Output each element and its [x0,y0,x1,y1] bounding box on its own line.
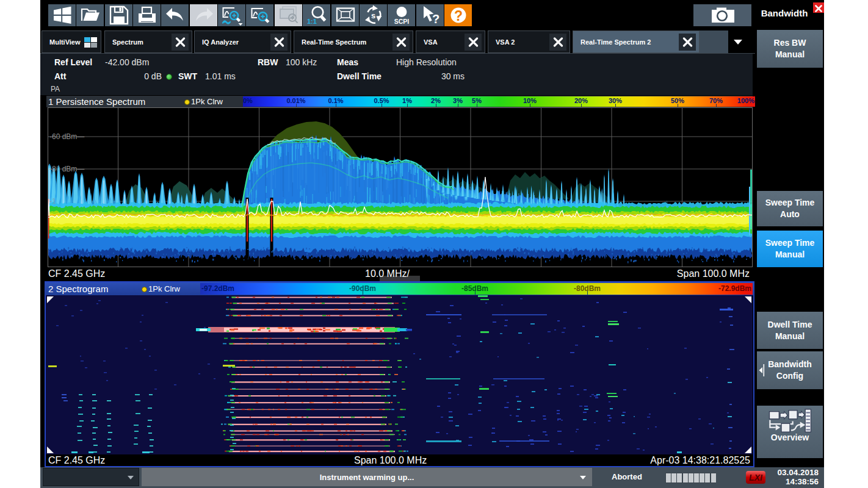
svg-text:LXI: LXI [749,473,763,483]
svg-text:s: s [371,11,375,20]
svg-text:1:1: 1:1 [307,18,317,25]
svg-text:SCPI: SCPI [394,18,409,25]
svg-text:?: ? [432,12,439,26]
svg-text:?: ? [454,8,462,24]
